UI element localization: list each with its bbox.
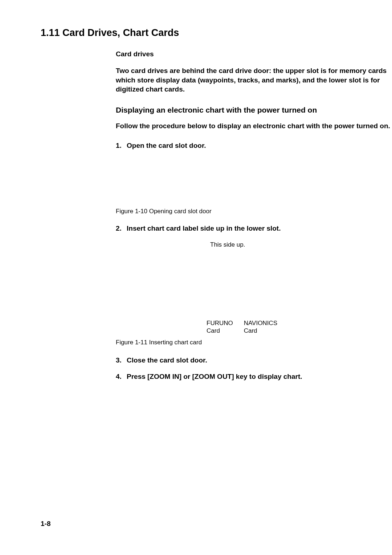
card-labels-row: FURUNOCard NAVIONICSCard bbox=[207, 319, 277, 335]
step-3-number: 3. bbox=[116, 356, 127, 365]
step-2-text: Insert chart card label side up in the l… bbox=[127, 224, 281, 234]
page-number: 1-8 bbox=[41, 520, 50, 528]
step-4-number: 4. bbox=[116, 372, 127, 382]
displaying-heading: Displaying an electronic chart with the … bbox=[116, 105, 392, 115]
step-1-text: Open the card slot door. bbox=[127, 141, 206, 151]
displaying-body: Follow the procedure below to display an… bbox=[116, 121, 392, 131]
figure-2-placeholder: This side up. FURUNOCard NAVIONICSCard bbox=[116, 240, 392, 335]
step-4: 4. Press [ZOOM IN] or [ZOOM OUT] key to … bbox=[116, 372, 392, 382]
navionics-card-label: NAVIONICSCard bbox=[244, 319, 277, 335]
step-1: 1. Open the card slot door. bbox=[116, 141, 392, 151]
section-title: 1.11 Card Drives, Chart Cards bbox=[41, 27, 388, 39]
step-2: 2. Insert chart card label side up in th… bbox=[116, 224, 392, 234]
figure-1-placeholder bbox=[116, 157, 392, 208]
step-1-number: 1. bbox=[116, 141, 127, 151]
step-2-number: 2. bbox=[116, 224, 127, 234]
step-3: 3. Close the card slot door. bbox=[116, 356, 392, 365]
card-drives-heading: Card drives bbox=[116, 50, 392, 58]
furuno-card-label: FURUNOCard bbox=[207, 319, 233, 335]
figure-2-caption: Figure 1-11 Inserting chart card bbox=[116, 339, 392, 346]
card-drives-body: Two card drives are behind the card driv… bbox=[116, 66, 392, 94]
this-side-up-label: This side up. bbox=[210, 241, 245, 248]
figure-1-caption: Figure 1-10 Opening card slot door bbox=[116, 208, 392, 215]
step-4-text: Press [ZOOM IN] or [ZOOM OUT] key to dis… bbox=[127, 372, 302, 382]
step-3-text: Close the card slot door. bbox=[127, 356, 207, 365]
content-area: Card drives Two card drives are behind t… bbox=[116, 50, 392, 381]
